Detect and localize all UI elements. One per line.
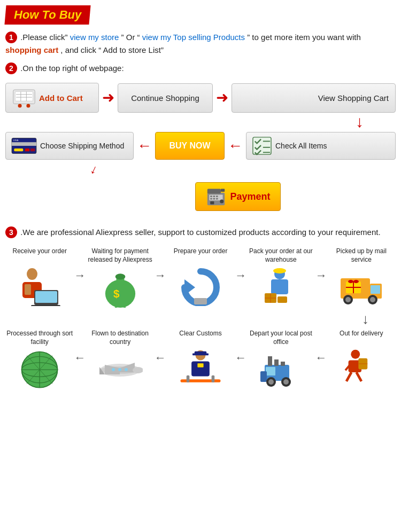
add-to-cart-button[interactable]: Add to Cart (5, 83, 99, 113)
step-label-7: Depart your local post office (246, 330, 315, 346)
step-label-2: Waiting for payment released by Aliexpre… (86, 247, 154, 264)
svg-rect-11 (25, 148, 30, 151)
svg-line-68 (356, 372, 361, 381)
svg-rect-21 (211, 201, 214, 204)
step1-num: 1 (5, 32, 17, 43)
credit-card-icon: VISA (11, 137, 37, 155)
step1-text2: ” Or “ (121, 33, 142, 42)
process-step-10: Processed through sort facility (5, 330, 74, 391)
proc-arrow-6: ← (235, 351, 246, 365)
process-step-2: Waiting for payment released by Aliexpre… (86, 247, 154, 309)
arrow-2: ➜ (216, 90, 228, 105)
down-arrow: ↓ (5, 114, 396, 130)
cart-icon (12, 88, 36, 108)
svg-rect-3 (15, 92, 33, 101)
svg-rect-9 (12, 142, 36, 146)
arrow-3: ← (137, 138, 152, 153)
process-row-bottom: Out for delivery (5, 330, 396, 391)
proc-arrow-4: → (315, 269, 327, 283)
svg-point-55 (345, 297, 351, 302)
svg-rect-74 (274, 359, 279, 366)
svg-point-38 (115, 273, 125, 279)
svg-point-96 (125, 368, 128, 371)
svg-point-95 (118, 368, 121, 371)
step3-text: .We are professional Aliexpress seller, … (20, 228, 380, 237)
svg-rect-72 (260, 371, 267, 382)
proc-arrow-1: → (74, 269, 86, 283)
step-label-9: Flown to destination country (86, 330, 154, 346)
svg-point-45 (273, 268, 286, 273)
step-icon-3 (176, 264, 225, 307)
step-icon-10 (16, 348, 64, 391)
arrow-1: ➜ (102, 90, 114, 105)
step-icon-9 (96, 348, 144, 391)
shopping-cart-highlight: shopping cart (5, 45, 58, 54)
add-to-cart-label: Add to Cart (39, 93, 83, 103)
svg-rect-10 (14, 148, 23, 151)
svg-rect-26 (216, 195, 218, 197)
svg-text:VISA: VISA (13, 139, 19, 142)
buy-now-button[interactable]: BUY NOW (155, 132, 225, 160)
step1-text1: .Please click” (20, 33, 70, 42)
svg-text:$: $ (113, 287, 119, 300)
choose-shipping-label: Choose Shipping Method (40, 142, 124, 150)
page-title-banner: How To Buy (4, 5, 90, 25)
svg-rect-43 (194, 298, 207, 304)
svg-point-61 (348, 280, 353, 283)
cash-register-icon (205, 187, 227, 206)
svg-line-40 (112, 307, 117, 308)
svg-line-67 (346, 372, 351, 381)
diagonal-arrow: ↓ (88, 162, 99, 177)
page-title: How To Buy (14, 8, 81, 22)
process-step-8: Clear Customs (166, 330, 235, 389)
continue-shopping-button[interactable]: Continue Shopping (118, 83, 213, 113)
svg-point-62 (353, 280, 359, 283)
choose-shipping-button[interactable]: VISA Choose Shipping Method (5, 132, 134, 160)
step3-num: 3 (5, 226, 17, 238)
check-all-items-button[interactable]: Check All Items (246, 132, 396, 160)
svg-rect-28 (213, 198, 215, 200)
svg-point-94 (112, 368, 115, 371)
proc-arrow-2: → (155, 269, 166, 283)
payment-button[interactable]: Payment (195, 182, 280, 211)
svg-point-22 (220, 199, 224, 203)
svg-rect-29 (216, 198, 218, 200)
svg-marker-42 (184, 279, 195, 295)
flow-diagram: Add to Cart ➜ Continue Shopping ➜ View S… (5, 83, 396, 221)
step1-text4: , and click “ Add to store List” (60, 45, 164, 54)
svg-rect-32 (25, 284, 31, 295)
buy-now-label: BUY NOW (169, 141, 210, 151)
step2-num: 2 (5, 62, 17, 74)
svg-rect-20 (207, 189, 221, 194)
svg-rect-86 (187, 375, 190, 382)
page-wrapper: How To Buy 1 .Please click” view my stor… (0, 0, 401, 402)
step-icon-6 (337, 347, 385, 389)
view-top-selling-link[interactable]: view my Top selling Products (142, 33, 245, 42)
view-store-link[interactable]: view my store (70, 33, 119, 42)
step-icon-8 (176, 347, 225, 389)
svg-point-63 (351, 350, 360, 359)
svg-point-30 (27, 268, 37, 280)
proc-arrow-8: ← (74, 351, 86, 365)
svg-line-41 (124, 307, 128, 308)
process-step-5: Picked up by mail service (327, 247, 396, 309)
proc-arrow-7: ← (155, 351, 166, 365)
svg-point-77 (268, 379, 274, 385)
view-shopping-cart-label: View Shopping Cart (318, 93, 389, 103)
svg-rect-27 (211, 198, 213, 200)
svg-rect-53 (371, 285, 380, 294)
svg-rect-24 (211, 195, 213, 197)
step-icon-5 (337, 266, 385, 309)
process-step-7: Depart your local post office (246, 330, 315, 391)
step-icon-1 (16, 264, 64, 307)
svg-rect-73 (268, 356, 272, 366)
view-shopping-cart-button[interactable]: View Shopping Cart (232, 83, 396, 113)
process-step-1: Receive your order (5, 247, 74, 307)
svg-rect-87 (212, 375, 215, 382)
svg-rect-23 (221, 189, 225, 192)
svg-rect-12 (30, 148, 35, 151)
process-flow-section: Receive your order → (5, 247, 396, 391)
process-step-4: Pack your order at our warehouse (246, 247, 315, 309)
svg-rect-48 (277, 296, 287, 303)
step2-block: 2 .On the top right of webpage: (5, 62, 396, 75)
